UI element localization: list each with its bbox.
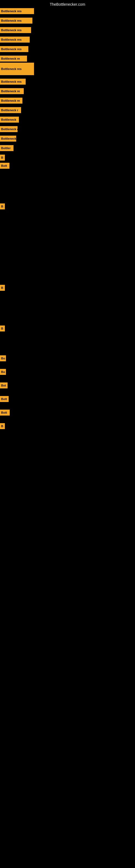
bar-item-15: Bottler bbox=[0, 145, 13, 151]
bar-item-5: Bottleneck res bbox=[0, 46, 28, 52]
bar-item-2: Bottleneck res bbox=[0, 18, 32, 24]
bar-item-13: Bottleneck c bbox=[0, 126, 17, 132]
bar-item-6: Bottleneck re bbox=[0, 56, 27, 62]
bar-item-21: Bo bbox=[0, 355, 6, 361]
bar-item-24: Bott bbox=[0, 396, 9, 402]
site-title: TheBottlenecker.com bbox=[50, 2, 85, 6]
bar-item-3: Bottleneck res bbox=[0, 27, 31, 33]
bar-item-18: B bbox=[0, 204, 5, 209]
bar-item-22: Bo bbox=[0, 369, 6, 375]
bar-item-26: B bbox=[0, 423, 5, 429]
bar-item-9: Bottleneck re bbox=[0, 88, 24, 94]
bar-item-12: Bottleneck bbox=[0, 117, 19, 123]
bar-item-10: Bottleneck re bbox=[0, 98, 22, 104]
bar-item-14: Bottleneck bbox=[0, 135, 16, 142]
bar-item-25: Bott bbox=[0, 410, 10, 415]
bar-item-19: B bbox=[0, 285, 5, 291]
bar-item-16: B bbox=[0, 155, 5, 161]
bar-item-17: Bott bbox=[0, 163, 9, 169]
bar-item-20: B bbox=[0, 326, 5, 332]
bar-item-11: Bottleneck r bbox=[0, 107, 21, 113]
bar-item-8: Bottleneck res bbox=[0, 79, 26, 85]
bar-item-4: Bottleneck res bbox=[0, 37, 30, 42]
bar-item-7: Bottleneck res bbox=[0, 63, 34, 75]
bar-item-1: Bottleneck res bbox=[0, 8, 34, 14]
bar-item-23: Bot bbox=[0, 382, 8, 389]
